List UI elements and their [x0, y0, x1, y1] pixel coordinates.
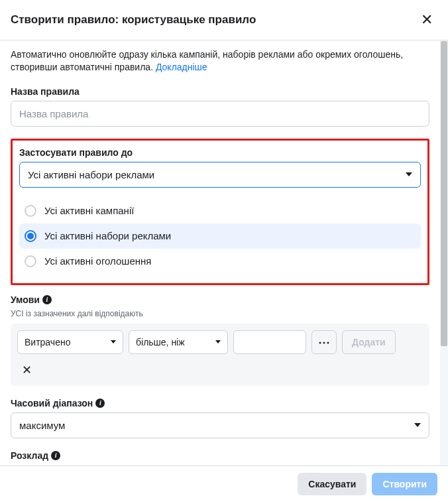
condition-close-row: ✕ — [11, 354, 429, 386]
rule-name-input[interactable] — [11, 101, 429, 127]
time-range-value: максимум — [19, 420, 65, 431]
ellipsis-icon: ⋯ — [318, 336, 331, 349]
info-icon[interactable]: i — [95, 399, 105, 408]
close-button[interactable]: ✕ — [416, 9, 437, 31]
radio-icon — [25, 205, 36, 217]
scrollbar-track[interactable]: ▴ ▾ — [440, 40, 448, 471]
chevron-down-icon — [406, 172, 412, 176]
cancel-button[interactable]: Скасувати — [298, 473, 366, 495]
close-icon: ✕ — [22, 363, 32, 377]
info-icon[interactable]: i — [42, 295, 52, 304]
conditions-sublabel: УСІ із зазначених далі відповідають — [11, 309, 429, 318]
conditions-label-text: Умови — [11, 294, 40, 305]
schedule-label-text: Розклад — [11, 450, 48, 461]
option-label: Усі активні оголошення — [44, 255, 151, 267]
condition-row: Витрачено більше, ніж ⋯ Додати — [11, 324, 429, 354]
create-button[interactable]: Створити — [372, 473, 437, 495]
time-range-select[interactable]: максимум — [11, 412, 429, 438]
condition-add-button[interactable]: Додати — [342, 330, 396, 354]
condition-more-button[interactable]: ⋯ — [311, 330, 337, 354]
apply-to-options: Усі активні кампанії Усі активні набори … — [19, 198, 421, 274]
chevron-down-icon — [215, 340, 221, 344]
apply-to-option-campaigns[interactable]: Усі активні кампанії — [19, 198, 421, 223]
option-label: Усі активні набори реклами — [44, 230, 171, 241]
scroll-area: Автоматично оновлюйте одразу кілька камп… — [0, 40, 448, 471]
condition-operator-select[interactable]: більше, ніж — [129, 330, 228, 354]
apply-to-highlight: Застосувати правило до Усі активні набор… — [11, 139, 429, 285]
schedule-label: Розклад i — [11, 450, 429, 461]
apply-to-selected-text: Усі активні набори реклами — [28, 169, 154, 180]
option-label: Усі активні кампанії — [44, 205, 134, 216]
modal-footer: Скасувати Створити — [0, 466, 448, 502]
apply-to-select[interactable]: Усі активні набори реклами — [19, 162, 421, 188]
condition-value-input[interactable] — [233, 330, 306, 354]
chevron-down-icon — [111, 340, 116, 344]
condition-remove-button[interactable]: ✕ — [17, 361, 36, 379]
conditions-label: Умови i — [11, 294, 429, 305]
time-range-label: Часовий діапазон i — [11, 398, 429, 408]
rule-name-label: Назва правила — [11, 86, 429, 97]
radio-dot-icon — [27, 233, 34, 239]
info-icon[interactable]: i — [51, 451, 60, 460]
apply-to-option-adsets[interactable]: Усі активні набори реклами — [19, 223, 421, 249]
intro-text: Автоматично оновлюйте одразу кілька камп… — [11, 48, 429, 74]
metric-value: Витрачено — [25, 337, 70, 347]
apply-to-option-ads[interactable]: Усі активні оголошення — [19, 249, 421, 274]
operator-value: більше, ніж — [136, 337, 185, 347]
chevron-down-icon — [414, 423, 421, 427]
learn-more-link[interactable]: Докладніше — [156, 62, 207, 72]
time-range-label-text: Часовий діапазон — [11, 398, 93, 408]
modal-content: Автоматично оновлюйте одразу кілька камп… — [0, 40, 440, 471]
scrollbar-thumb[interactable] — [441, 41, 447, 346]
condition-metric-select[interactable]: Витрачено — [17, 330, 123, 354]
close-icon: ✕ — [421, 11, 433, 28]
radio-icon — [25, 230, 36, 242]
radio-icon — [25, 255, 36, 267]
modal-header: Створити правило: користувацьке правило … — [0, 0, 448, 40]
modal-title: Створити правило: користувацьке правило — [11, 13, 256, 27]
apply-to-label: Застосувати правило до — [19, 147, 421, 158]
